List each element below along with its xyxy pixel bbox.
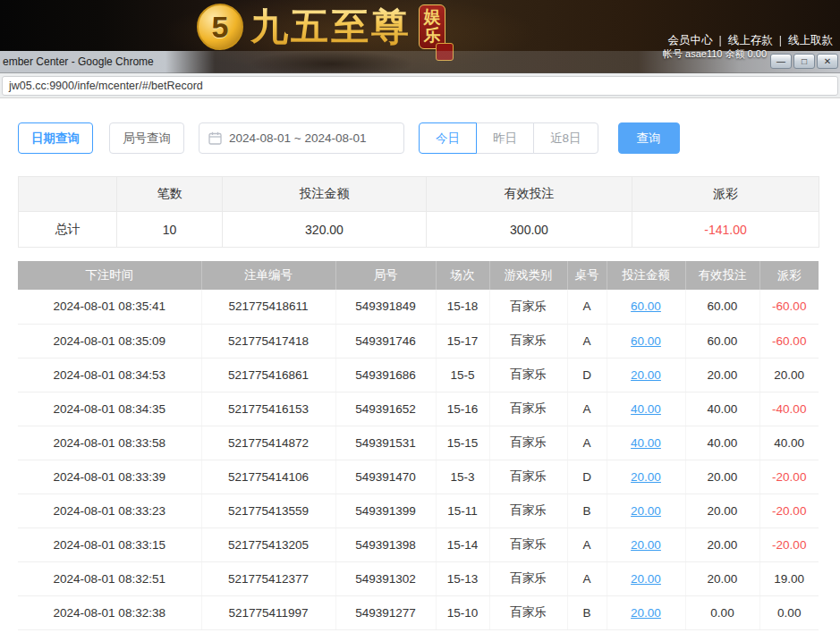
account-info: 帐号 asae110 余额 0.00 <box>663 47 767 61</box>
cell-order: 521775413559 <box>201 494 335 528</box>
summary-header-row: 笔数 投注金额 有效投注 派彩 <box>19 177 819 212</box>
cell-order: 521775416153 <box>201 392 335 426</box>
table-row: 2024-08-01 08:32:38521775411997549391277… <box>18 595 819 629</box>
cell-time: 2024-08-01 08:34:53 <box>18 358 201 392</box>
table-row: 2024-08-01 08:33:39521775414106549391470… <box>18 460 819 494</box>
quick-btn-last8days[interactable]: 近8日 <box>533 122 598 154</box>
bet-amount-link[interactable]: 40.00 <box>631 402 661 416</box>
summary-bet-value: 320.00 <box>223 212 427 248</box>
summary-header-valid: 有效投注 <box>427 177 632 212</box>
cell-time: 2024-08-01 08:34:35 <box>18 392 201 426</box>
cell-table_no: A <box>567 392 607 426</box>
bet-amount-link[interactable]: 20.00 <box>631 538 661 552</box>
cell-game: 百家乐 <box>489 426 567 460</box>
bet-amount-link[interactable]: 20.00 <box>631 504 661 518</box>
cell-payout: -40.00 <box>759 392 819 426</box>
cell-time: 2024-08-01 08:33:23 <box>18 494 201 528</box>
cell-session: 15-13 <box>436 561 489 595</box>
minimize-icon[interactable]: — <box>770 54 792 69</box>
cell-game: 百家乐 <box>489 595 567 629</box>
cell-game: 百家乐 <box>489 290 567 324</box>
cell-bet: 20.00 <box>607 561 685 595</box>
cell-bet: 20.00 <box>607 460 685 494</box>
cell-order: 521775413205 <box>201 528 335 561</box>
bet-table-body: 2024-08-01 08:35:41521775418611549391849… <box>18 290 819 629</box>
cell-time: 2024-08-01 08:35:41 <box>18 290 201 324</box>
cell-round: 549391398 <box>335 528 436 561</box>
cell-order: 521775414106 <box>201 460 335 494</box>
cell-valid: 20.00 <box>685 460 759 494</box>
cell-round: 549391470 <box>335 460 436 494</box>
table-row: 2024-08-01 08:33:23521775413559549391399… <box>18 494 819 528</box>
summary-header-bet: 投注金额 <box>223 177 427 212</box>
cell-payout: 0.00 <box>759 595 819 629</box>
bet-table: 下注时间注单编号局号场次游戏类别桌号投注金额有效投注派彩 2024-08-01 … <box>18 261 819 630</box>
coin-logo-icon: 5 <box>197 4 243 50</box>
cell-valid: 20.00 <box>685 358 759 392</box>
column-header: 桌号 <box>567 261 607 290</box>
table-row: 2024-08-01 08:34:53521775416861549391686… <box>18 358 819 392</box>
cell-game: 百家乐 <box>489 561 567 595</box>
round-query-tab[interactable]: 局号查询 <box>109 122 184 154</box>
cell-session: 15-15 <box>436 426 489 460</box>
quick-btn-today[interactable]: 今日 <box>419 122 477 154</box>
bet-amount-link[interactable]: 20.00 <box>631 606 661 620</box>
link-separator: | <box>719 34 722 46</box>
cell-round: 549391849 <box>335 290 436 324</box>
cell-round: 549391686 <box>335 358 436 392</box>
cell-valid: 20.00 <box>685 528 759 561</box>
date-range-picker[interactable]: 2024-08-01 ~ 2024-08-01 <box>199 122 404 154</box>
cell-valid: 40.00 <box>685 392 759 426</box>
cell-bet: 20.00 <box>607 528 685 561</box>
column-header: 下注时间 <box>18 261 201 290</box>
cell-table_no: A <box>567 290 607 324</box>
maximize-icon[interactable]: □ <box>793 54 815 69</box>
cell-round: 549391302 <box>335 561 436 595</box>
page-content: 日期查询 局号查询 2024-08-01 ~ 2024-08-01 今日 昨日 … <box>0 98 840 633</box>
cell-payout: -60.00 <box>759 290 819 324</box>
cell-time: 2024-08-01 08:35:09 <box>18 324 201 358</box>
cell-time: 2024-08-01 08:32:51 <box>18 561 201 595</box>
column-header: 投注金额 <box>607 261 685 290</box>
site-header-background: 5 九五至尊 娱乐 会员中心|线上存款|线上取款 ember Center - … <box>0 0 840 73</box>
cell-bet: 40.00 <box>607 392 685 426</box>
window-title: ember Center - Google Chrome <box>3 51 154 72</box>
window-title-bar: ember Center - Google Chrome 帐号 asae110 … <box>0 51 840 73</box>
table-row: 2024-08-01 08:32:51521775412377549391302… <box>18 561 819 595</box>
cell-payout: 19.00 <box>759 561 819 595</box>
cell-game: 百家乐 <box>489 392 567 426</box>
quick-btn-yesterday[interactable]: 昨日 <box>476 122 534 154</box>
cell-valid: 60.00 <box>685 324 759 358</box>
bet-amount-link[interactable]: 20.00 <box>631 572 661 586</box>
header-link-1[interactable]: 线上存款 <box>728 34 773 46</box>
cell-order: 521775412377 <box>201 561 335 595</box>
close-icon[interactable]: ✕ <box>817 54 838 69</box>
glass-reflection <box>250 51 412 72</box>
header-link-0[interactable]: 会员中心 <box>668 34 713 46</box>
header-link-2[interactable]: 线上取款 <box>788 34 833 46</box>
cell-session: 15-16 <box>436 392 489 426</box>
bet-amount-link[interactable]: 20.00 <box>631 470 661 484</box>
coin-digit: 5 <box>212 10 229 45</box>
bet-amount-link[interactable]: 20.00 <box>631 368 661 382</box>
site-logo: 5 九五至尊 娱乐 <box>197 2 445 52</box>
link-separator: | <box>779 34 782 46</box>
date-query-tab[interactable]: 日期查询 <box>18 122 93 154</box>
cell-order: 521775418611 <box>201 290 335 324</box>
search-button[interactable]: 查询 <box>618 122 680 154</box>
cell-valid: 20.00 <box>685 561 759 595</box>
bet-amount-link[interactable]: 40.00 <box>631 436 661 450</box>
summary-total-row: 总计 10 320.00 300.00 -141.00 <box>19 212 819 248</box>
cell-table_no: A <box>567 426 607 460</box>
cell-payout: -20.00 <box>759 494 819 528</box>
bet-amount-link[interactable]: 60.00 <box>631 334 661 348</box>
bet-table-header-row: 下注时间注单编号局号场次游戏类别桌号投注金额有效投注派彩 <box>18 261 819 290</box>
table-row: 2024-08-01 08:33:15521775413205549391398… <box>18 528 819 561</box>
cell-game: 百家乐 <box>489 324 567 358</box>
bet-amount-link[interactable]: 60.00 <box>631 300 661 313</box>
address-bar-input[interactable]: jw05.cc:9900/infe/mcenter/#/betRecord <box>2 76 838 96</box>
column-header: 游戏类别 <box>489 261 567 290</box>
column-header: 场次 <box>436 261 489 290</box>
cell-bet: 20.00 <box>607 595 685 629</box>
cell-valid: 0.00 <box>685 595 759 629</box>
